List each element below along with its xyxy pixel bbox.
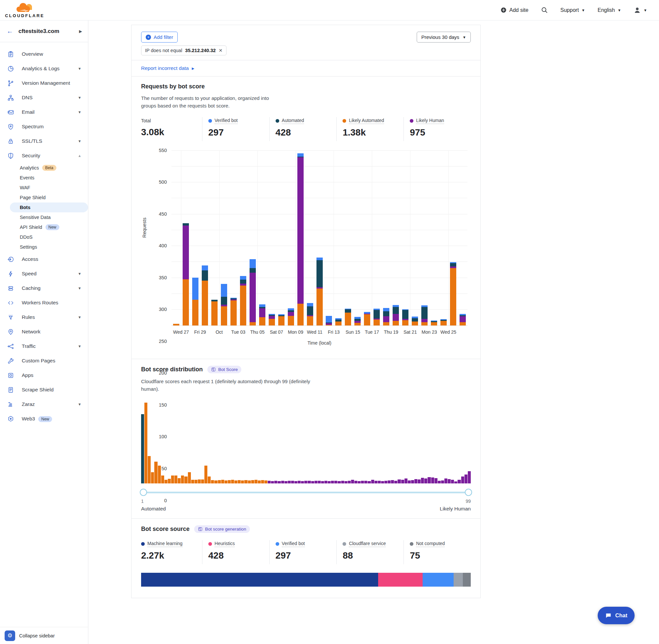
histogram-bar[interactable]	[348, 481, 351, 483]
histogram-bar[interactable]	[364, 481, 367, 483]
collapse-sidebar-button[interactable]: ⚙ Collapse sidebar	[0, 627, 88, 644]
histogram-bar[interactable]	[271, 481, 274, 483]
histogram-bar[interactable]	[438, 481, 441, 483]
histogram-bar[interactable]	[255, 480, 257, 483]
stat-label[interactable]: Verified bot	[215, 118, 238, 124]
histogram-bar[interactable]	[361, 481, 364, 483]
histogram-bar[interactable]	[381, 481, 384, 483]
stacked-bar[interactable]	[259, 304, 265, 325]
histogram-bar[interactable]	[428, 477, 430, 483]
sidebar-item-page-shield[interactable]: Page Shield	[0, 192, 88, 203]
histogram-bar[interactable]	[408, 480, 411, 483]
stacked-bar[interactable]	[364, 312, 370, 325]
bot-score-generation-doc-badge[interactable]: Bot score generation	[194, 525, 250, 533]
histogram-bar[interactable]	[457, 480, 461, 483]
histogram-bar[interactable]	[451, 480, 454, 483]
histogram-bar[interactable]	[424, 479, 427, 483]
histogram-bar[interactable]	[465, 475, 468, 483]
sidebar-item-zaraz[interactable]: Zaraz▼	[0, 397, 88, 412]
stacked-bar[interactable]	[278, 314, 284, 325]
histogram-bar[interactable]	[415, 479, 417, 483]
histogram-bar[interactable]	[238, 480, 241, 483]
histogram-bar[interactable]	[244, 480, 247, 483]
histogram-bar[interactable]	[258, 480, 261, 483]
histogram-bar[interactable]	[411, 480, 414, 483]
sidebar-item-scrape-shield[interactable]: Scrape Shield	[0, 383, 88, 397]
histogram-bar[interactable]	[288, 481, 291, 483]
sidebar-item-caching[interactable]: Caching▼	[0, 281, 88, 296]
back-arrow-icon[interactable]: ←	[6, 27, 13, 35]
stacked-bar[interactable]	[393, 305, 399, 325]
histogram-bar[interactable]	[264, 480, 267, 483]
stat-label[interactable]: Not computed	[416, 541, 445, 547]
stacked-bar[interactable]	[202, 266, 208, 325]
sidebar-item-rules[interactable]: Rules▼	[0, 310, 88, 324]
site-selector[interactable]: ← cftestsite3.com ▶	[0, 20, 88, 42]
histogram-bar[interactable]	[331, 481, 334, 483]
stat-label[interactable]: Cloudflare service	[349, 541, 386, 547]
gear-icon[interactable]: ⚙	[5, 630, 15, 641]
report-incorrect-data-link[interactable]: Report incorrect data ▶	[141, 65, 194, 71]
histogram-bar[interactable]	[384, 481, 387, 483]
histogram-bar[interactable]	[341, 481, 344, 483]
histogram-bar[interactable]	[314, 481, 317, 483]
histogram-bar[interactable]	[345, 481, 348, 483]
stacked-bar[interactable]	[374, 309, 380, 325]
sidebar-item-overview[interactable]: Overview	[0, 47, 88, 61]
stacked-bar[interactable]	[250, 259, 256, 325]
histogram-bar[interactable]	[194, 480, 197, 483]
histogram-bar[interactable]	[351, 480, 354, 483]
histogram-bar[interactable]	[218, 480, 221, 483]
sidebar-item-events[interactable]: Events	[0, 173, 88, 183]
slider-handle-min[interactable]	[140, 489, 147, 496]
histogram-bar[interactable]	[154, 462, 157, 483]
histogram-bar[interactable]	[178, 478, 181, 483]
histogram-bar[interactable]	[278, 481, 281, 483]
stacked-bar[interactable]	[221, 284, 227, 325]
sidebar-item-email[interactable]: Email▼	[0, 105, 88, 119]
sidebar-item-analytics-logs[interactable]: Analytics & Logs▼	[0, 61, 88, 76]
histogram-bar[interactable]	[284, 481, 287, 483]
remove-filter-icon[interactable]: ✕	[218, 48, 222, 53]
histogram-bar[interactable]	[454, 481, 457, 483]
stacked-bar[interactable]	[269, 314, 275, 325]
slider-handle-max[interactable]	[465, 489, 472, 496]
sidebar-item-settings[interactable]: Settings	[0, 242, 88, 252]
cloudflare-logo[interactable]: CLOUDFLARE	[5, 2, 44, 18]
histogram-bar[interactable]	[388, 480, 391, 483]
stacked-bar[interactable]	[192, 278, 198, 325]
stacked-bar[interactable]	[450, 262, 456, 325]
histogram-bar[interactable]	[191, 480, 194, 483]
histogram-bar[interactable]	[308, 481, 310, 483]
histogram-bar[interactable]	[461, 477, 464, 483]
date-range-select[interactable]: Previous 30 days ▼	[417, 32, 471, 43]
histogram-bar[interactable]	[334, 481, 337, 483]
histogram-bar[interactable]	[204, 466, 207, 483]
histogram-bar[interactable]	[151, 472, 154, 483]
histogram-bar[interactable]	[324, 481, 327, 483]
histogram-bar[interactable]	[321, 481, 324, 483]
sidebar-item-dns[interactable]: DNS▼	[0, 90, 88, 105]
histogram-bar[interactable]	[231, 480, 234, 483]
stacked-bar[interactable]	[307, 303, 313, 325]
histogram-bar[interactable]	[161, 476, 164, 484]
stacked-bar[interactable]	[345, 309, 351, 325]
stacked-bar[interactable]	[211, 300, 217, 325]
stacked-bar[interactable]	[173, 324, 179, 325]
add-site-button[interactable]: Add site	[500, 7, 528, 13]
sidebar-item-workers-routes[interactable]: Workers Routes	[0, 296, 88, 310]
histogram-bar[interactable]	[274, 481, 277, 483]
histogram-bar[interactable]	[148, 456, 151, 483]
support-menu[interactable]: Support ▼	[560, 7, 585, 13]
histogram-bar[interactable]	[241, 480, 244, 483]
histogram-bar[interactable]	[228, 480, 231, 483]
sidebar-item-spectrum[interactable]: Spectrum	[0, 119, 88, 134]
histogram-bar[interactable]	[141, 414, 144, 483]
histogram-bar[interactable]	[391, 480, 394, 483]
sidebar-item-bots[interactable]: Bots	[10, 203, 88, 212]
stat-label[interactable]: Automated	[282, 118, 304, 124]
histogram-bar[interactable]	[354, 481, 357, 483]
histogram-bar[interactable]	[184, 477, 187, 483]
stacked-bar[interactable]	[412, 317, 418, 325]
histogram-bar[interactable]	[281, 481, 284, 483]
